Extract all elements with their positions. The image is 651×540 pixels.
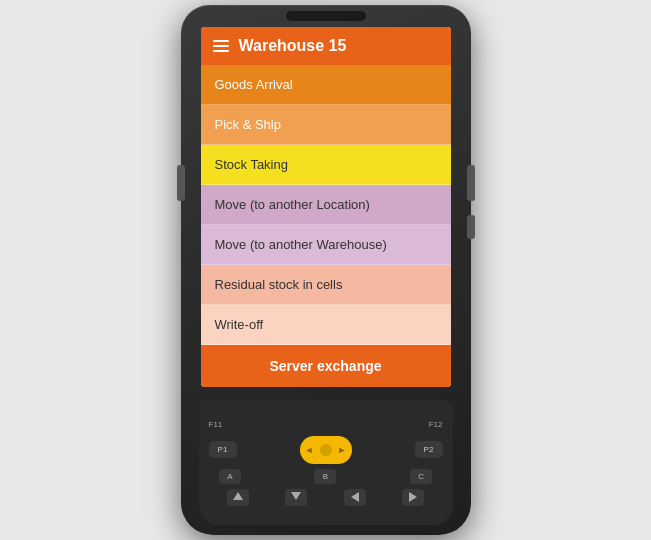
alpha-row: A B C — [209, 469, 443, 484]
alpha-a-button[interactable]: A — [219, 469, 241, 484]
top-bumper — [286, 11, 366, 21]
menu-item-move-location[interactable]: Move (to another Location) — [201, 185, 451, 225]
fn12-label: F12 — [429, 420, 443, 429]
alpha-c-label: C — [418, 472, 424, 481]
nav-row — [209, 489, 443, 506]
menu-item-goods-arrival[interactable]: Goods Arrival — [201, 65, 451, 105]
menu-item-pick-ship[interactable]: Pick & Ship — [201, 105, 451, 145]
nav-down-icon — [291, 492, 301, 500]
dpad-container: ◄ ► — [300, 436, 352, 464]
side-button-right[interactable] — [467, 165, 475, 201]
dpad-right-icon[interactable]: ► — [338, 445, 347, 455]
alpha-b-button[interactable]: B — [314, 469, 336, 484]
fn11-label: F11 — [209, 420, 223, 429]
nav-up-button[interactable] — [227, 489, 249, 506]
alpha-c-button[interactable]: C — [410, 469, 432, 484]
menu-item-residual[interactable]: Residual stock in cells — [201, 265, 451, 305]
alpha-a-label: A — [227, 472, 232, 481]
p-btn-row: P1 ◄ ► P2 — [209, 436, 443, 464]
p2-button[interactable]: P2 — [415, 441, 443, 458]
dpad[interactable]: ◄ ► — [300, 436, 352, 464]
menu-item-stock-taking[interactable]: Stock Taking — [201, 145, 451, 185]
side-button-right-2[interactable] — [467, 215, 475, 239]
menu-item-writeoff[interactable]: Write-off — [201, 305, 451, 345]
hamburger-icon[interactable] — [213, 40, 229, 52]
menu-item-move-warehouse[interactable]: Move (to another Warehouse) — [201, 225, 451, 265]
nav-left-icon — [351, 492, 359, 502]
nav-down-button[interactable] — [285, 489, 307, 506]
keypad-area: F11 F12 P1 ◄ ► P2 A — [199, 400, 453, 525]
server-exchange-button[interactable]: Server exchange — [201, 345, 451, 387]
screen-title: Warehouse 15 — [239, 37, 347, 55]
screen-header: Warehouse 15 — [201, 27, 451, 65]
p1-button[interactable]: P1 — [209, 441, 237, 458]
side-button-left[interactable] — [177, 165, 185, 201]
nav-left-button[interactable] — [344, 489, 366, 506]
nav-right-icon — [409, 492, 417, 502]
device: Warehouse 15 Goods Arrival Pick & Ship S… — [181, 5, 471, 535]
fn-row: F11 F12 — [209, 420, 443, 429]
device-body: Warehouse 15 Goods Arrival Pick & Ship S… — [181, 5, 471, 535]
nav-right-button[interactable] — [402, 489, 424, 506]
dpad-center-button[interactable] — [320, 444, 332, 456]
dpad-left-icon[interactable]: ◄ — [305, 445, 314, 455]
alpha-b-label: B — [323, 472, 328, 481]
screen: Warehouse 15 Goods Arrival Pick & Ship S… — [201, 27, 451, 387]
nav-up-icon — [233, 492, 243, 500]
